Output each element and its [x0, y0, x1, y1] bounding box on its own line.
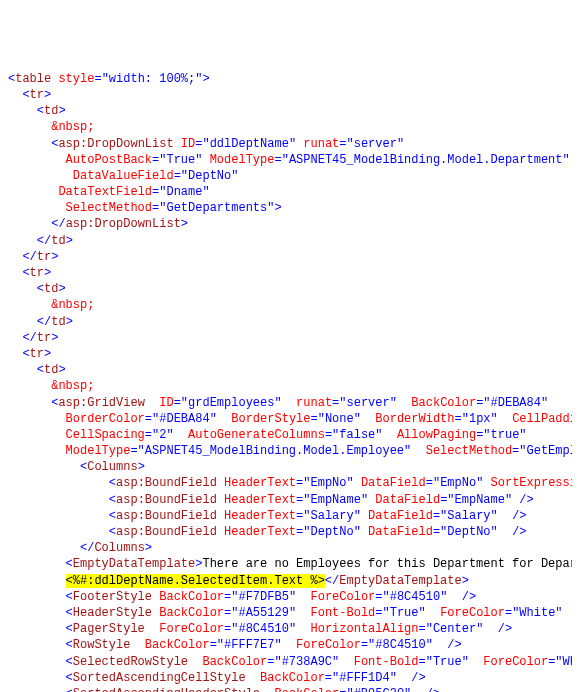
nbsp-entity: &nbsp;: [51, 120, 94, 134]
line: <asp:DropDownList ID="ddlDeptName" runat…: [51, 137, 404, 151]
nbsp-entity: &nbsp;: [51, 298, 94, 312]
line: </asp:DropDownList>: [51, 217, 188, 231]
line: <asp:BoundField HeaderText="DeptNo" Data…: [109, 525, 527, 539]
line: <tr>: [22, 347, 51, 361]
line: <%#:ddlDeptName.SelectedItem.Text %></Em…: [66, 574, 469, 588]
line: <RowStyle BackColor="#FFF7E7" ForeColor=…: [66, 638, 462, 652]
line: </tr>: [22, 331, 58, 345]
line: <asp:BoundField HeaderText="EmpName" Dat…: [109, 493, 534, 507]
line: <SortedAscendingCellStyle BackColor="#FF…: [66, 671, 426, 685]
line: <SelectedRowStyle BackColor="#738A9C" Fo…: [66, 655, 572, 669]
line: <EmptyDataTemplate>There are no Employee…: [66, 557, 572, 571]
line: <tr>: [22, 88, 51, 102]
line: CellSpacing="2" AutoGenerateColumns="fal…: [66, 428, 527, 442]
line: <table style="width: 100%;">: [8, 72, 210, 86]
code-block: <table style="width: 100%;"> <tr> <td> &…: [8, 71, 572, 692]
line: <asp:BoundField HeaderText="Salary" Data…: [109, 509, 527, 523]
line: </td>: [37, 234, 73, 248]
line: DataValueField="DeptNo": [73, 169, 239, 183]
inline-binding-highlight: <%#:ddlDeptName.SelectedItem.Text %>: [66, 574, 325, 588]
line: DataTextField="Dname": [58, 185, 209, 199]
line: ModelType="ASPNET45_ModelBinding.Model.E…: [66, 444, 572, 458]
line: <asp:BoundField HeaderText="EmpNo" DataF…: [109, 476, 572, 490]
line: <asp:GridView ID="grdEmployees" runat="s…: [51, 396, 548, 410]
line: SelectMethod="GetDepartments">: [66, 201, 282, 215]
line: <FooterStyle BackColor="#F7DFB5" ForeCol…: [66, 590, 477, 604]
line: <tr>: [22, 266, 51, 280]
line: </td>: [37, 315, 73, 329]
line: </tr>: [22, 250, 58, 264]
line: <HeaderStyle BackColor="#A55129" Font-Bo…: [66, 606, 572, 620]
line: BorderColor="#DEBA84" BorderStyle="None"…: [66, 412, 572, 426]
line: AutoPostBack="True" ModelType="ASPNET45_…: [66, 153, 570, 167]
line: </Columns>: [80, 541, 152, 555]
line: <Columns>: [80, 460, 145, 474]
line: <td>: [37, 363, 66, 377]
line: <SortedAscendingHeaderStyle BackColor="#…: [66, 687, 441, 692]
line: <td>: [37, 104, 66, 118]
line: <td>: [37, 282, 66, 296]
nbsp-entity: &nbsp;: [51, 379, 94, 393]
line: <PagerStyle ForeColor="#8C4510" Horizont…: [66, 622, 513, 636]
